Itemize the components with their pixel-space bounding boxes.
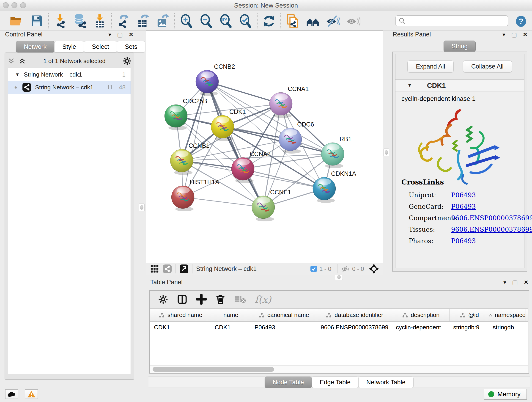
import-network-button[interactable] (52, 13, 69, 29)
tab-select[interactable]: Select (84, 41, 117, 52)
zoom-selected-button[interactable] (237, 13, 254, 29)
node-table-box: f(x) shared namenamecanonical namedataba… (149, 290, 529, 374)
zoom-fit-button[interactable] (217, 13, 234, 29)
show-columns-icon[interactable] (177, 294, 187, 305)
column-header-namespace[interactable]: namespace (489, 309, 526, 321)
string-home-button[interactable] (304, 13, 321, 29)
copy-documents-icon (285, 13, 300, 28)
grid-view-icon[interactable] (150, 264, 159, 273)
network-row-selected[interactable]: ● String Network – cdk1 11 48 (8, 81, 131, 94)
import-table-button[interactable] (91, 13, 108, 29)
float-panel-icon[interactable]: ▾ (502, 32, 505, 37)
selected-checkbox-icon[interactable] (310, 265, 317, 272)
toolbar-separator (280, 13, 281, 28)
tab-node-table[interactable]: Node Table (265, 376, 312, 388)
float-panel-icon[interactable]: ▾ (503, 280, 506, 285)
toolbar-search-field[interactable] (395, 15, 508, 26)
search-input[interactable] (405, 17, 502, 25)
column-header-canonical-name[interactable]: canonical name (251, 309, 317, 321)
network-node-CDK1[interactable]: CDK1 (211, 108, 246, 141)
add-column-plus-icon[interactable] (196, 294, 207, 305)
zoom-fit-icon (219, 14, 233, 28)
network-selected-status: 1 of 1 Network selected (26, 57, 123, 65)
table-horizontal-scrollbar (150, 366, 528, 373)
center-view-crosshair-icon[interactable] (369, 264, 379, 274)
warning-status-button[interactable] (25, 389, 38, 399)
maximize-panel-icon[interactable]: ▢ (117, 32, 123, 38)
save-session-button[interactable] (28, 13, 45, 29)
table-tabs: Node TableEdge TableNetwork Table (148, 376, 530, 388)
protein-card-header[interactable]: ▼ CDK1 (395, 80, 524, 91)
network-node-CCNB1[interactable]: CCNB1 (170, 142, 210, 175)
collapse-all-icon[interactable] (7, 57, 15, 65)
network-node-CDKN1A[interactable]: CDKN1A (313, 170, 356, 203)
crosslink-link[interactable]: P06493 (451, 237, 476, 245)
close-panel-icon[interactable]: ✕ (524, 280, 528, 285)
vertical-splitter-grip-left[interactable] (139, 204, 145, 211)
network-node-RB1[interactable]: RB1 (321, 136, 352, 168)
export-table-button[interactable] (135, 13, 151, 29)
network-node-CCNB2[interactable]: CCNB2 (196, 63, 235, 96)
cloud-status-button[interactable] (5, 389, 18, 399)
clone-network-button[interactable] (284, 13, 301, 29)
column-header-@id[interactable]: @id (450, 309, 489, 321)
show-all-button[interactable] (345, 13, 361, 29)
crosslink-link[interactable]: 9606.ENSP00000378699 (451, 226, 532, 233)
zoom-in-button[interactable] (178, 13, 195, 29)
column-header-database-identifier[interactable]: database identifier (317, 309, 392, 321)
crosslink-link[interactable]: P06493 (451, 203, 476, 211)
collapse-all-button[interactable]: Collapse All (463, 61, 512, 72)
network-share-icon-disabled[interactable] (163, 264, 172, 274)
close-panel-icon[interactable]: ✕ (523, 32, 527, 37)
network-node-CCNA1[interactable]: CCNA1 (269, 85, 309, 118)
network-node-HIST1H1A[interactable]: HIST1H1A (171, 179, 219, 211)
maximize-panel-icon[interactable]: ▢ (511, 32, 517, 38)
tab-network[interactable]: Network (16, 41, 55, 52)
tree-expander-icon[interactable]: ▼ (15, 72, 20, 77)
delete-column-trash-icon[interactable] (215, 294, 225, 305)
float-panel-icon[interactable]: ▾ (108, 32, 111, 37)
hide-selected-button[interactable] (325, 13, 341, 29)
network-collection-row[interactable]: ▼ String Network – cdk1 1 (8, 68, 131, 81)
refresh-view-button[interactable] (261, 13, 277, 29)
double-house-icon (305, 13, 320, 28)
export-image-button[interactable] (154, 13, 171, 29)
help-button[interactable]: ? (515, 15, 527, 27)
gear-icon[interactable] (123, 57, 132, 65)
network-node-CDC25B[interactable]: CDC25B (165, 98, 207, 130)
import-network-from-database-button[interactable] (72, 13, 88, 29)
expand-all-icon[interactable] (18, 57, 26, 65)
network-list: ▼ String Network – cdk1 1 ● String Netwo… (8, 68, 131, 374)
memory-button[interactable]: Memory (484, 389, 527, 400)
zoom-in-icon (179, 14, 193, 28)
column-header-description[interactable]: description (392, 309, 450, 321)
zoom-out-button[interactable] (198, 13, 214, 29)
tab-string[interactable]: String (443, 41, 476, 52)
scrollbar-thumb[interactable] (152, 367, 274, 372)
title-bar: Session: New Session (0, 0, 532, 11)
column-header-shared-name[interactable]: shared name (150, 309, 211, 321)
network-canvas[interactable]: CCNB2CCNA1CDC25BCDK1CDC6RB1CCNB1CCNA2CDK… (146, 31, 383, 263)
maximize-panel-icon[interactable]: ▢ (512, 279, 518, 285)
table-cell: P06493 (251, 322, 317, 333)
detach-view-icon[interactable] (179, 264, 189, 274)
tab-sets[interactable]: Sets (117, 41, 145, 52)
table-cell: cyclin-dependent ... (392, 322, 450, 333)
table-settings-gear-icon[interactable] (158, 294, 168, 304)
expand-all-button[interactable]: Expand All (407, 61, 454, 72)
table-panel-title: Table Panel (150, 279, 183, 286)
crosslink-link[interactable]: P06493 (451, 191, 476, 199)
toolbar-separator (257, 13, 258, 28)
tab-edge-table[interactable]: Edge Table (312, 376, 359, 388)
close-panel-icon[interactable]: ✕ (129, 32, 133, 37)
open-session-button[interactable] (8, 13, 24, 29)
protein-detail-card: ▼ CDK1 cyclin-dependent kinase 1 (395, 79, 525, 268)
crosslink-link[interactable]: 9606.ENSP00000378699 (451, 214, 532, 222)
vertical-splitter-grip-right[interactable] (383, 148, 389, 156)
tab-style[interactable]: Style (54, 41, 84, 52)
collapse-section-icon[interactable]: ▼ (407, 83, 412, 88)
tab-network-table[interactable]: Network Table (358, 376, 413, 388)
export-network-button[interactable] (115, 13, 132, 29)
column-header-name[interactable]: name (211, 309, 251, 321)
table-row[interactable]: CDK1CDK1P064939606.ENSP00000378699cyclin… (150, 322, 528, 333)
